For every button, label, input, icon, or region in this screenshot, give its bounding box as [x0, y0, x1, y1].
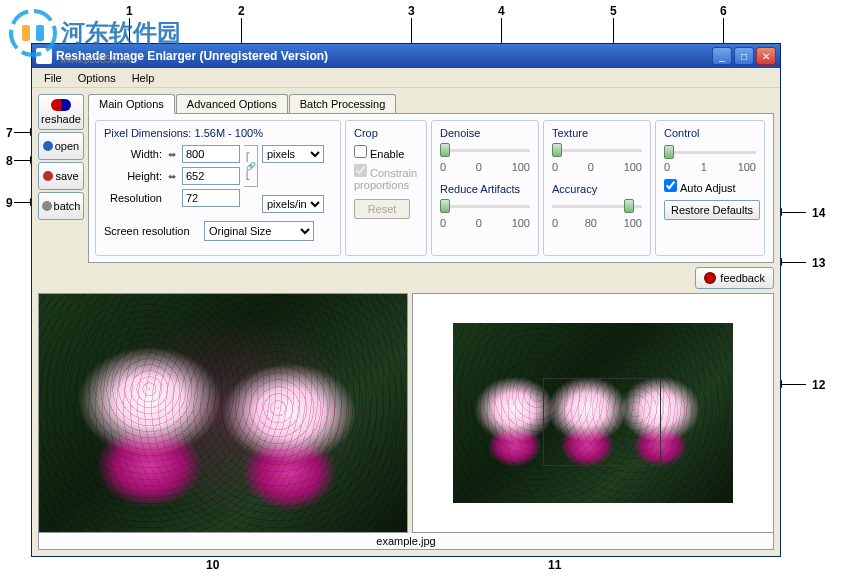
open-label: open [55, 140, 79, 152]
arrow-7 [14, 132, 30, 133]
auto-adjust-row[interactable]: Auto Adjust [664, 179, 756, 194]
callout-4: 4 [498, 4, 505, 18]
tab-bar: Main Options Advanced Options Batch Proc… [88, 94, 774, 113]
texture-accuracy-group: Texture 00100 Accuracy 080100 [543, 120, 651, 256]
open-button[interactable]: open [38, 132, 84, 160]
crop-enable-checkbox[interactable] [354, 145, 367, 158]
callout-2: 2 [238, 4, 245, 18]
denoise-slider[interactable] [440, 143, 530, 159]
reshade-button[interactable]: reshade [38, 94, 84, 130]
resolution-label: Resolution [104, 192, 162, 204]
menubar: File Options Help [32, 68, 780, 88]
auto-adjust-label: Auto Adjust [680, 182, 736, 194]
crop-title: Crop [354, 127, 418, 139]
minimize-button[interactable]: _ [712, 47, 732, 65]
callout-6: 6 [720, 4, 727, 18]
close-button[interactable]: ✕ [756, 47, 776, 65]
reduce-artifacts-title: Reduce Artifacts [440, 183, 530, 195]
site-watermark: 河东软件园 www.pc0359.cn [8, 8, 181, 65]
width-unit-select[interactable]: pixels [262, 145, 324, 163]
chain-icon[interactable]: ⎡🔗⎣ [244, 145, 258, 187]
menu-options[interactable]: Options [70, 70, 124, 86]
pixel-dimensions-group: Pixel Dimensions: 1.56M - 100% Width: ⬌ … [95, 120, 341, 256]
screen-resolution-label: Screen resolution [104, 225, 200, 237]
callout-8: 8 [6, 154, 13, 168]
callout-9: 9 [6, 196, 13, 210]
arrow-14 [782, 212, 806, 213]
feedback-button[interactable]: feedback [695, 267, 774, 289]
reduce-artifacts-slider[interactable] [440, 199, 530, 215]
texture-title: Texture [552, 127, 642, 139]
open-icon [43, 141, 53, 151]
constrain-row: Constrain proportions [354, 164, 418, 191]
control-title: Control [664, 127, 756, 139]
enlarged-image [39, 294, 407, 532]
callout-11: 11 [548, 558, 561, 572]
batch-icon [42, 201, 52, 211]
svg-rect-1 [22, 25, 30, 41]
tab-main-options[interactable]: Main Options [88, 94, 175, 114]
width-input[interactable] [182, 145, 240, 163]
resolution-input[interactable] [182, 189, 240, 207]
crop-reset-button: Reset [354, 199, 410, 219]
link-icon-2: ⬌ [166, 171, 178, 182]
crop-enable-row[interactable]: Enable [354, 148, 404, 160]
app-window: Reshade Image Enlarger (Unregistered Ver… [31, 43, 781, 557]
width-label: Width: [104, 148, 162, 160]
arrow-9 [14, 202, 30, 203]
feedback-label: feedback [720, 272, 765, 284]
denoise-title: Denoise [440, 127, 530, 139]
callout-10: 10 [206, 558, 219, 572]
crop-group: Crop Enable Constrain proportions Reset [345, 120, 427, 256]
screen-resolution-select[interactable]: Original Size [204, 221, 314, 241]
save-label: save [55, 170, 78, 182]
resolution-unit-select[interactable]: pixels/inch [262, 195, 324, 213]
tab-batch-processing[interactable]: Batch Processing [289, 94, 397, 113]
svg-point-0 [11, 11, 55, 55]
reshade-label: reshade [41, 113, 81, 125]
crop-selection-rect[interactable] [543, 378, 661, 466]
constrain-checkbox [354, 164, 367, 177]
texture-slider[interactable] [552, 143, 642, 159]
callout-14: 14 [812, 206, 825, 220]
pixel-dimensions-title: Pixel Dimensions: 1.56M - 100% [104, 127, 332, 139]
save-button[interactable]: save [38, 162, 84, 190]
menu-help[interactable]: Help [124, 70, 163, 86]
callout-13: 13 [812, 256, 825, 270]
original-preview[interactable] [412, 293, 774, 533]
reshade-icon [51, 99, 71, 111]
crop-enable-label: Enable [370, 148, 404, 160]
auto-adjust-checkbox[interactable] [664, 179, 677, 192]
enlarged-preview[interactable] [38, 293, 408, 533]
menu-file[interactable]: File [36, 70, 70, 86]
callout-7: 7 [6, 126, 13, 140]
control-group: Control 01100 Auto Adjust Restore Defaul… [655, 120, 765, 256]
restore-defaults-button[interactable]: Restore Defaults [664, 200, 760, 220]
arrow-12 [782, 384, 806, 385]
save-icon [43, 171, 53, 181]
maximize-button[interactable]: □ [734, 47, 754, 65]
callout-12: 12 [812, 378, 825, 392]
filename-status: example.jpg [38, 533, 774, 550]
callout-3: 3 [408, 4, 415, 18]
accuracy-title: Accuracy [552, 183, 642, 195]
height-input[interactable] [182, 167, 240, 185]
callout-5: 5 [610, 4, 617, 18]
accuracy-slider[interactable] [552, 199, 642, 215]
control-slider[interactable] [664, 145, 756, 161]
batch-label: batch [54, 200, 81, 212]
height-label: Height: [104, 170, 162, 182]
bug-icon [704, 272, 716, 284]
svg-rect-2 [36, 25, 44, 41]
tab-advanced-options[interactable]: Advanced Options [176, 94, 288, 113]
arrow-8 [14, 160, 30, 161]
batch-button[interactable]: batch [38, 192, 84, 220]
denoise-reduce-group: Denoise 00100 Reduce Artifacts 00100 [431, 120, 539, 256]
tab-panel: Pixel Dimensions: 1.56M - 100% Width: ⬌ … [88, 113, 774, 263]
link-icon: ⬌ [166, 149, 178, 160]
arrow-13 [782, 262, 806, 263]
